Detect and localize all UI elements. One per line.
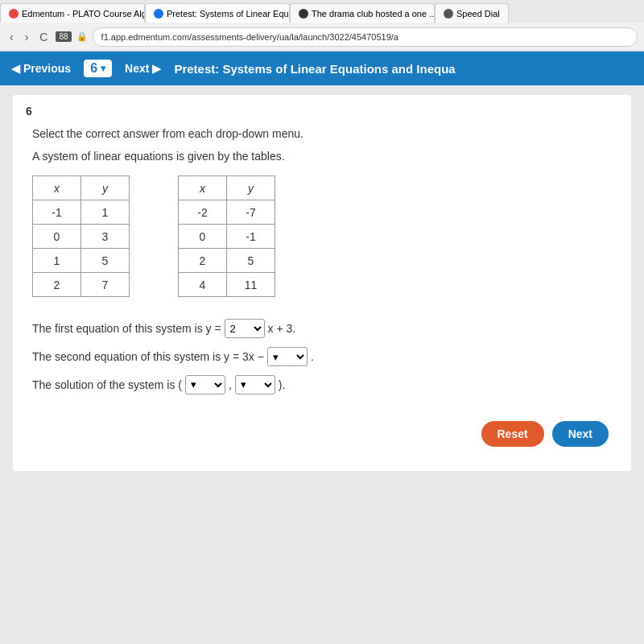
browser-toolbar: ‹ › C 88 🔒 <box>0 23 644 52</box>
table1-row3-x: 1 <box>33 249 81 273</box>
table-row: 2 5 <box>179 249 275 273</box>
table1-row1-y: 1 <box>81 200 130 225</box>
table1-row4-y: 7 <box>81 273 130 297</box>
table-row: 0 -1 <box>179 225 275 249</box>
next-button-bottom[interactable]: Next <box>552 421 609 447</box>
tab-label-drama: The drama club hosted a one ... <box>312 9 435 19</box>
table1-header-y: y <box>81 176 130 200</box>
question-card: 6 Select the correct answer from each dr… <box>13 95 631 471</box>
next-label-top: Next <box>125 62 149 75</box>
table-row: 2 7 <box>33 273 130 297</box>
eq1-prefix: The first equation of this system is y = <box>32 316 221 341</box>
next-button-top[interactable]: Next ▶ <box>125 62 161 75</box>
table2-row2-x: 0 <box>179 225 227 249</box>
app-toolbar: ◀ Previous 6 ▾ Next ▶ Pretest: Systems o… <box>0 52 644 85</box>
eq2-dropdown[interactable]: ▾ 1 2 0 -1 <box>267 347 308 366</box>
table2-row2-y: -1 <box>227 225 275 249</box>
instruction-text: Select the correct answer from each drop… <box>32 127 612 140</box>
tab-label-pretest: Pretest: Systems of Linear Equ... <box>167 9 290 19</box>
refresh-button[interactable]: C <box>36 29 51 45</box>
bottom-buttons: Reset Next <box>32 421 612 447</box>
table1-row3-y: 5 <box>81 249 130 273</box>
table2-header-x: x <box>179 176 227 200</box>
tab-drama[interactable]: The drama club hosted a one ... <box>290 3 435 23</box>
tab-count-badge: 88 <box>56 31 71 42</box>
question-number-selector[interactable]: 6 ▾ <box>84 60 112 77</box>
forward-button[interactable]: › <box>22 29 32 45</box>
eq3-suffix: ). <box>279 373 286 398</box>
table2-header-y: y <box>227 176 275 200</box>
next-arrow-icon: ▶ <box>152 62 161 75</box>
tab-speed-dial[interactable]: Speed Dial <box>435 3 509 23</box>
table-2: x y -2 -7 0 -1 2 5 <box>178 175 275 297</box>
table-row: 1 5 <box>33 249 130 273</box>
tab-icon-speed-dial <box>444 9 453 19</box>
table2-row3-y: 5 <box>227 249 275 273</box>
previous-label: Previous <box>23 62 71 75</box>
tab-label-speed-dial: Speed Dial <box>456 9 500 19</box>
address-bar[interactable] <box>93 27 638 47</box>
eq3-x-dropdown[interactable]: ▾ 1 2 0 3 <box>185 375 225 394</box>
eq3-comma: , <box>229 373 232 398</box>
table-row: 4 11 <box>179 273 275 297</box>
eq3-y-dropdown[interactable]: ▾ 5 2 3 7 <box>235 375 275 394</box>
table2-row4-y: 11 <box>227 273 275 297</box>
table2-row4-x: 4 <box>179 273 227 297</box>
back-button[interactable]: ‹ <box>6 29 17 45</box>
tables-container: x y -1 1 0 3 1 5 <box>32 175 612 297</box>
equation-1-line: The first equation of this system is y =… <box>32 316 612 341</box>
question-number-badge: 6 <box>26 105 32 118</box>
table1-row2-y: 3 <box>81 225 130 249</box>
equation-2-line: The second equation of this system is y … <box>32 345 612 369</box>
eq2-period: . <box>311 345 314 369</box>
eq2-prefix: The second equation of this system is y … <box>32 345 264 369</box>
eq1-dropdown[interactable]: 2 1 3 -1 <box>225 319 265 338</box>
table1-row4-x: 2 <box>33 273 81 297</box>
chevron-down-icon: ▾ <box>101 63 105 74</box>
tab-icon-pretest <box>154 9 163 19</box>
tab-icon-drama <box>299 9 308 19</box>
equation-3-line: The solution of the system is ( ▾ 1 2 0 … <box>32 373 612 398</box>
table1-row1-x: -1 <box>33 200 81 225</box>
tab-edmentum[interactable]: Edmentum - PLATO Course Alg <box>0 3 145 23</box>
tab-pretest[interactable]: Pretest: Systems of Linear Equ... <box>145 3 290 23</box>
eq1-suffix: x + 3. <box>268 316 296 341</box>
browser-tabs: Edmentum - PLATO Course Alg Pretest: Sys… <box>0 0 644 23</box>
toolbar-title: Pretest: Systems of Linear Equations and… <box>174 62 633 76</box>
table1-header-x: x <box>33 176 81 200</box>
question-number-display: 6 <box>90 61 97 76</box>
prev-arrow-icon: ◀ <box>11 62 20 75</box>
table-row: -2 -7 <box>179 200 275 225</box>
tab-label-edmentum: Edmentum - PLATO Course Alg <box>22 9 145 19</box>
tab-icon-edmentum <box>9 9 19 19</box>
table2-row3-x: 2 <box>179 249 227 273</box>
equations-section: The first equation of this system is y =… <box>32 316 612 397</box>
reset-button[interactable]: Reset <box>481 421 544 447</box>
table2-row1-x: -2 <box>179 200 227 225</box>
table1-row2-x: 0 <box>33 225 81 249</box>
table-row: -1 1 <box>33 200 130 225</box>
lock-icon: 🔒 <box>76 31 88 42</box>
eq3-prefix: The solution of the system is ( <box>32 373 182 398</box>
previous-button[interactable]: ◀ Previous <box>11 62 71 75</box>
table-1: x y -1 1 0 3 1 5 <box>32 175 130 297</box>
system-description: A system of linear equations is given by… <box>32 150 612 163</box>
table-row: 0 3 <box>33 225 130 249</box>
main-content: 6 Select the correct answer from each dr… <box>0 85 644 644</box>
table2-row1-y: -7 <box>227 200 275 225</box>
